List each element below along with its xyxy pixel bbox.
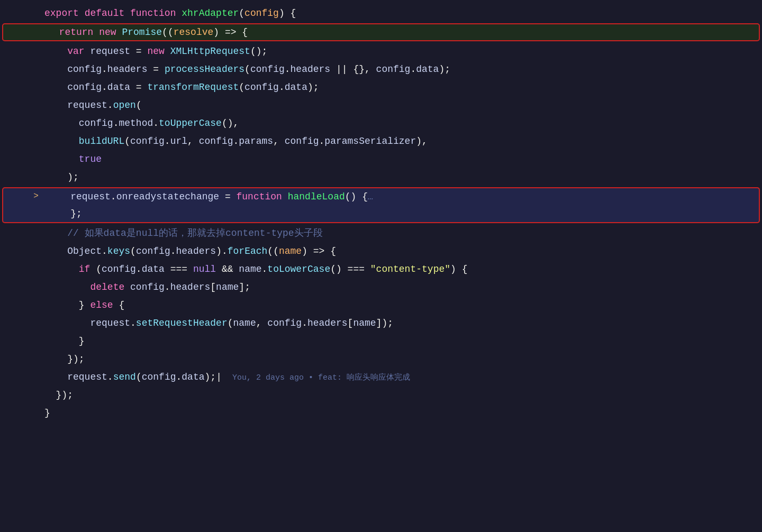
code-token: || {}, (330, 64, 376, 75)
code-token: config (130, 136, 165, 146)
code-token: ), (416, 136, 428, 146)
code-token: buildURL (79, 136, 124, 146)
code-token: }); (56, 390, 73, 400)
code-token: config (267, 318, 302, 328)
code-token: ) { (450, 264, 467, 274)
line-content: // 如果data是null的话，那就去掉content-type头子段 (39, 226, 762, 241)
line-content: config.data = transformRequest(config.da… (39, 80, 762, 95)
code-token: ( (136, 100, 142, 111)
code-line: var request = new XMLHttpRequest(); (0, 42, 762, 60)
code-token (44, 246, 67, 256)
line-content: } (39, 406, 762, 421)
code-token: . (302, 318, 307, 328)
code-token: . (410, 64, 416, 75)
code-token: ]; (239, 282, 250, 292)
code-token: ]); (376, 318, 393, 328)
code-line: }); (0, 350, 762, 368)
code-token: ( (96, 264, 102, 274)
code-line: config.data = transformRequest(config.da… (0, 78, 762, 96)
code-token: name (216, 282, 239, 292)
code-token: () { (345, 191, 368, 202)
code-token: config (250, 64, 285, 75)
code-token: return (59, 27, 99, 38)
code-token: toLowerCase (267, 264, 330, 274)
code-token: }; (70, 208, 82, 219)
code-token: onreadystatechange (116, 191, 219, 202)
code-token: { (113, 300, 125, 310)
code-token: ( (136, 372, 142, 382)
code-token: request (90, 318, 130, 328)
code-token: . (319, 136, 325, 146)
code-token: processHeaders (165, 64, 244, 75)
code-token (44, 390, 56, 400)
code-token: config (67, 82, 102, 93)
code-token: === (165, 264, 193, 274)
code-token: (( (267, 246, 279, 256)
code-token: ( (239, 8, 244, 19)
code-token: ) => { (213, 27, 248, 38)
code-token: setRequestHeader (136, 318, 228, 328)
code-token: handleLoad (288, 191, 345, 202)
code-token: request (70, 191, 111, 202)
code-token: config (79, 118, 113, 129)
code-token (44, 300, 79, 310)
line-content: config.headers = processHeaders(config.h… (39, 62, 762, 77)
code-token: toUpperCase (159, 118, 222, 129)
code-token: ); (439, 64, 450, 75)
code-token: method (119, 118, 153, 129)
code-line: request.send(config.data);|You, 2 days a… (0, 368, 762, 386)
line-content: request.onreadystatechange = function ha… (42, 189, 759, 205)
code-token: else (90, 300, 113, 310)
code-token: new (99, 27, 122, 38)
code-token: , (256, 318, 268, 328)
code-token: . (102, 246, 107, 256)
code-token: data (416, 64, 439, 75)
code-token: name (233, 318, 256, 328)
code-token: name (239, 264, 261, 274)
code-token: config (376, 64, 411, 75)
code-token: ( (244, 64, 250, 75)
code-token: . (130, 318, 136, 328)
code-token: null (193, 264, 216, 274)
line-arrow: > (30, 190, 42, 204)
code-line: request.open( (0, 96, 762, 114)
line-content: }; (42, 206, 759, 222)
code-line: > request.onreadystatechange = function … (2, 187, 760, 205)
code-token (44, 46, 67, 57)
code-token: ( (124, 136, 130, 146)
code-token: config (142, 372, 176, 382)
code-token (44, 354, 67, 364)
code-line: Object.keys(config.headers).forEach((nam… (0, 242, 762, 260)
code-token (44, 264, 79, 274)
code-token: xhrAdapter (182, 8, 239, 19)
code-token: name (353, 318, 376, 328)
git-blame: You, 2 days ago • feat: 响应头响应体完成 (232, 373, 410, 382)
line-content: buildURL(config.url, config.params, conf… (39, 134, 762, 149)
code-line: config.headers = processHeaders(config.h… (0, 60, 762, 78)
line-content: request.send(config.data);|You, 2 days a… (39, 370, 762, 385)
code-token: config (130, 282, 165, 292)
code-token: forEach (228, 246, 268, 256)
code-token: request (90, 46, 130, 57)
code-token: request (67, 372, 107, 382)
code-token: function (130, 8, 182, 19)
code-token: … (368, 191, 374, 202)
code-line: } else { (0, 296, 762, 314)
code-token: } (79, 336, 85, 346)
code-token (48, 27, 59, 38)
code-line: ); (0, 168, 762, 186)
code-token: . (153, 118, 159, 129)
code-token: . (285, 64, 291, 75)
code-token: XMLHttpRequest (170, 46, 250, 57)
code-token: } (44, 408, 50, 418)
line-content: if (config.data === null && name.toLower… (39, 262, 762, 277)
code-token: ) => { (302, 246, 336, 256)
code-line: request.setRequestHeader(name, config.he… (0, 314, 762, 332)
code-token: [ (348, 318, 353, 328)
code-token: data (182, 372, 204, 382)
code-token: data (142, 264, 165, 274)
code-token (44, 136, 79, 146)
code-token: var (67, 46, 90, 57)
code-line: config.method.toUpperCase(), (0, 114, 762, 132)
code-token: . (165, 136, 170, 146)
